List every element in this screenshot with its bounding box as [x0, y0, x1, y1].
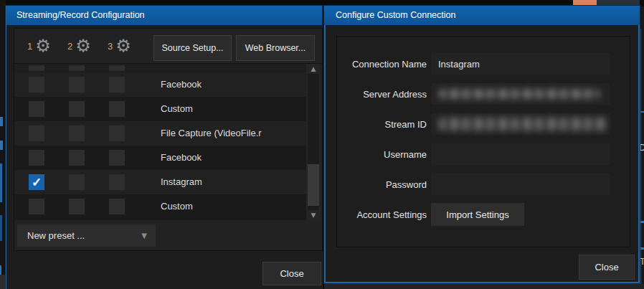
destination-label: Facebook	[161, 146, 202, 170]
destination-label: File Capture (VideoFile.r	[161, 121, 262, 146]
form-row: Username	[337, 143, 630, 165]
list-item-instagram[interactable]: ✓ Instagram	[14, 170, 310, 194]
close-button[interactable]: Close	[579, 255, 635, 280]
checkbox-stream3[interactable]	[109, 174, 125, 190]
redacted-value	[438, 118, 607, 131]
background-blue-line	[0, 215, 2, 241]
background-grey-block	[0, 275, 6, 289]
background-blue-mark	[0, 265, 1, 275]
gear-icon[interactable]: ⚙	[75, 37, 91, 55]
checkbox[interactable]	[69, 65, 85, 71]
checkbox-stream2[interactable]	[69, 199, 85, 214]
clipped-list-row	[14, 64, 310, 72]
checkbox[interactable]	[29, 65, 44, 71]
connection-name-value: Instagram	[438, 59, 480, 70]
stream-number-label: 1	[27, 41, 32, 52]
connection-form-panel: Connection Name Instagram Server Address…	[336, 36, 630, 247]
streaming-record-configuration-window: Streaming/Record Configuration 1 ⚙ 2 ⚙ 3…	[6, 6, 322, 289]
stream-id-input[interactable]	[431, 113, 610, 135]
scroll-up-icon[interactable]: ▲	[306, 65, 321, 72]
stream-number-label: 3	[108, 41, 113, 52]
checkbox-stream2[interactable]	[69, 150, 85, 166]
form-row: Password	[337, 174, 630, 195]
destination-label: Facebook	[161, 72, 202, 97]
configuration-panel: 1 ⚙ 2 ⚙ 3 ⚙ Source Setup... Web Browser.…	[14, 28, 323, 251]
checkbox-stream3[interactable]	[109, 125, 125, 141]
stream-id-label: Stream ID	[337, 119, 427, 130]
import-settings-button[interactable]: Import Settings	[431, 203, 524, 226]
source-setup-button[interactable]: Source Setup...	[153, 35, 232, 61]
scrollbar-thumb[interactable]	[308, 164, 319, 206]
close-button[interactable]: Close	[262, 262, 321, 285]
connection-name-label: Connection Name	[337, 59, 427, 70]
gear-icon[interactable]: ⚙	[115, 37, 131, 55]
web-browser-button[interactable]: Web Browser...	[236, 35, 315, 61]
window-titlebar: Configure Custom Connection	[324, 6, 640, 25]
scroll-down-icon[interactable]: ▼	[306, 212, 321, 219]
checkbox-stream3[interactable]	[109, 199, 125, 214]
form-row: Server Address	[337, 83, 630, 105]
background-blue-mark	[0, 141, 3, 150]
destination-list: Facebook Custom File Capture (VideoFile.…	[14, 64, 321, 220]
password-input[interactable]	[431, 174, 610, 195]
list-scrollbar[interactable]: ▲ ▼	[306, 64, 321, 220]
preset-toolbar: 1 ⚙ 2 ⚙ 3 ⚙ Source Setup... Web Browser.…	[14, 29, 322, 64]
background-clipped-text: D	[639, 142, 644, 153]
checkbox-stream1[interactable]	[29, 150, 44, 166]
stream-number-label: 2	[67, 41, 72, 52]
import-settings-label: Import Settings	[446, 209, 508, 220]
stream-3-settings[interactable]: 3 ⚙	[108, 29, 131, 63]
checkbox-stream1[interactable]	[29, 101, 44, 117]
new-preset-value: New preset ...	[27, 230, 85, 241]
redacted-value	[438, 89, 600, 99]
checkbox-stream2[interactable]	[69, 77, 85, 93]
list-item[interactable]: Custom	[14, 194, 310, 219]
background-blue-line	[0, 164, 2, 202]
checkbox-stream1-checked[interactable]: ✓	[29, 174, 44, 190]
list-item[interactable]: Facebook	[14, 72, 310, 97]
background-blue-mark	[0, 117, 3, 126]
checkbox-stream1[interactable]	[29, 199, 44, 214]
server-address-label: Server Address	[337, 89, 427, 100]
account-settings-label: Account Settings	[337, 209, 427, 220]
checkbox-stream3[interactable]	[109, 150, 125, 166]
close-label: Close	[595, 262, 618, 273]
new-preset-dropdown[interactable]: New preset ... ▼	[17, 224, 156, 247]
checkbox-stream2[interactable]	[69, 125, 85, 141]
close-label: Close	[280, 268, 303, 279]
configure-custom-connection-window: Configure Custom Connection Connection N…	[324, 6, 640, 283]
form-row: Stream ID	[337, 113, 630, 135]
stream-1-settings[interactable]: 1 ⚙	[27, 29, 51, 63]
form-row: Connection Name Instagram	[337, 53, 630, 75]
checkbox-stream3[interactable]	[109, 77, 125, 93]
password-label: Password	[337, 179, 427, 190]
destination-label: Custom	[161, 97, 193, 121]
check-icon: ✓	[32, 176, 42, 189]
checkbox-stream2[interactable]	[69, 101, 85, 117]
form-row: Account Settings Import Settings	[337, 203, 630, 226]
list-item[interactable]: Custom	[14, 97, 310, 121]
window-title: Configure Custom Connection	[336, 10, 455, 20]
window-titlebar: Streaming/Record Configuration	[6, 6, 322, 25]
connection-name-input[interactable]: Instagram	[431, 53, 610, 75]
list-item[interactable]: File Capture (VideoFile.r	[14, 121, 310, 146]
list-item[interactable]: Facebook	[14, 146, 310, 170]
window-title: Streaming/Record Configuration	[16, 10, 145, 20]
username-input[interactable]	[431, 143, 610, 165]
stream-2-settings[interactable]: 2 ⚙	[67, 29, 91, 63]
background-blue-mark	[640, 221, 644, 223]
checkbox-stream1[interactable]	[29, 77, 44, 93]
destination-label: Custom	[161, 194, 193, 219]
checkbox-stream2[interactable]	[69, 174, 85, 190]
checkbox-stream3[interactable]	[109, 101, 125, 117]
screen: D .T Streaming/Record Configuration 1 ⚙ …	[0, 0, 644, 289]
background-grey-strip	[324, 284, 644, 289]
source-setup-label: Source Setup...	[161, 43, 223, 53]
background-blue-mark	[640, 247, 644, 250]
server-address-input[interactable]	[431, 83, 610, 105]
checkbox-stream1[interactable]	[29, 125, 44, 141]
gear-icon[interactable]: ⚙	[35, 37, 51, 55]
checkbox[interactable]	[109, 65, 125, 71]
destination-label: Instagram	[161, 170, 202, 194]
chevron-down-icon: ▼	[141, 232, 147, 240]
